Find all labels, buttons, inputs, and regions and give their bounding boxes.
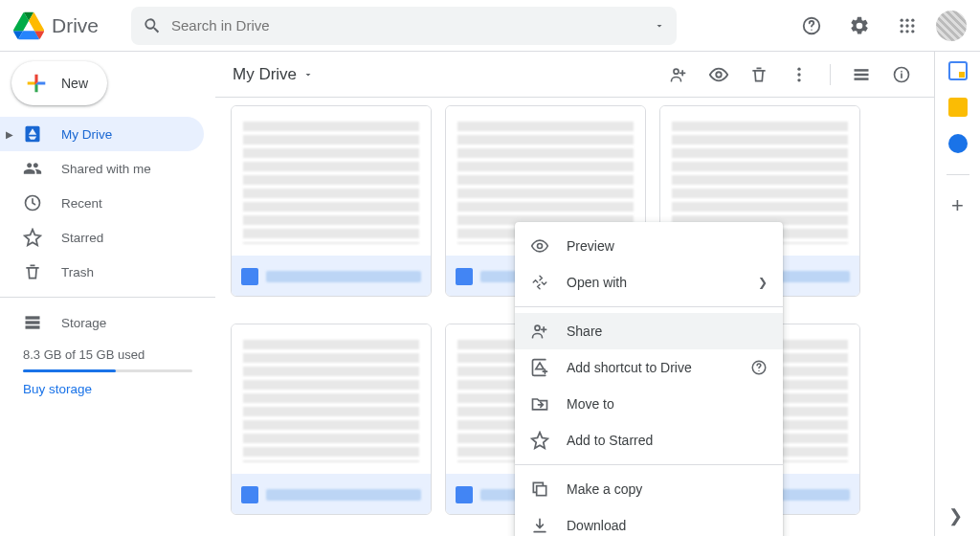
svg-point-2 — [901, 18, 903, 21]
list-view-button[interactable] — [844, 57, 879, 92]
nav-trash[interactable]: Trash — [0, 255, 204, 289]
delete-button[interactable] — [742, 57, 776, 92]
eye-icon — [530, 236, 549, 256]
chevron-down-icon — [302, 69, 314, 80]
preview-button[interactable] — [702, 57, 736, 92]
keep-addon[interactable] — [948, 98, 968, 117]
trash-icon — [23, 262, 42, 281]
svg-rect-12 — [26, 316, 40, 319]
search-options-icon[interactable] — [654, 20, 665, 32]
search-input[interactable] — [171, 17, 654, 34]
ctx-move-to[interactable]: Move to — [515, 386, 783, 422]
svg-rect-20 — [855, 69, 869, 72]
svg-point-4 — [911, 18, 914, 21]
star-icon — [23, 228, 42, 247]
location-label: My Drive — [233, 65, 297, 84]
nav-label: Starred — [61, 231, 103, 245]
sidebar: New ▶ My Drive Shared with me Recent Sta… — [0, 52, 215, 536]
ctx-make-copy[interactable]: Make a copy — [515, 471, 783, 507]
recent-icon — [23, 193, 42, 212]
shortcut-icon — [530, 358, 549, 377]
nav-label: Storage — [61, 316, 106, 330]
svg-point-9 — [905, 30, 908, 33]
nav-recent[interactable]: Recent — [0, 186, 204, 220]
account-avatar[interactable] — [936, 11, 967, 41]
caret-right-icon: ▶ — [6, 129, 13, 140]
nav-label: My Drive — [61, 127, 112, 142]
ctx-download[interactable]: Download — [515, 507, 783, 536]
svg-point-6 — [905, 24, 908, 27]
svg-point-24 — [538, 244, 543, 249]
ctx-share[interactable]: Share — [515, 313, 783, 349]
svg-point-7 — [911, 24, 914, 27]
svg-point-3 — [905, 18, 908, 21]
ctx-add-starred[interactable]: Add to Starred — [515, 422, 783, 458]
move-icon — [530, 394, 549, 413]
storage-icon — [23, 313, 42, 332]
person-add-icon — [530, 322, 549, 341]
svg-rect-14 — [26, 325, 40, 328]
details-button[interactable] — [884, 57, 919, 92]
ctx-preview[interactable]: Preview — [515, 228, 783, 264]
search-bar[interactable] — [131, 7, 677, 45]
svg-point-19 — [797, 78, 800, 81]
svg-point-25 — [535, 325, 540, 330]
apps-button[interactable] — [888, 7, 926, 45]
location-breadcrumb[interactable]: My Drive — [223, 59, 323, 90]
svg-point-18 — [797, 73, 800, 76]
chevron-right-icon: ❯ — [758, 276, 768, 289]
docs-icon — [456, 486, 473, 503]
buy-storage-link[interactable]: Buy storage — [23, 382, 192, 396]
svg-point-1 — [811, 29, 812, 30]
nav-label: Recent — [61, 196, 102, 211]
svg-point-15 — [674, 69, 679, 74]
svg-point-17 — [797, 67, 800, 70]
star-icon — [530, 431, 549, 450]
svg-rect-22 — [855, 78, 869, 80]
new-button[interactable]: New — [11, 61, 107, 105]
search-icon — [143, 16, 162, 35]
calendar-addon[interactable] — [948, 61, 968, 80]
drive-logo[interactable]: Drive — [13, 11, 131, 41]
share-button[interactable] — [661, 57, 696, 92]
docs-icon — [241, 268, 258, 285]
my-drive-icon — [23, 124, 42, 144]
svg-rect-13 — [26, 321, 40, 324]
context-menu: Preview Open with ❯ Share Add shortcut t… — [515, 222, 783, 536]
svg-point-8 — [901, 30, 903, 33]
file-card[interactable] — [231, 105, 432, 297]
new-button-label: New — [61, 76, 88, 91]
open-with-icon — [530, 273, 549, 292]
get-addons-button[interactable]: + — [948, 196, 968, 215]
nav-starred[interactable]: Starred — [0, 220, 204, 255]
shared-icon — [23, 159, 42, 178]
docs-icon — [456, 268, 473, 285]
svg-point-27 — [758, 370, 759, 371]
svg-rect-28 — [537, 486, 546, 496]
more-button[interactable] — [782, 57, 816, 92]
ctx-open-with[interactable]: Open with ❯ — [515, 264, 783, 301]
side-panel: + — [934, 52, 980, 536]
ctx-add-shortcut[interactable]: Add shortcut to Drive — [515, 349, 783, 386]
nav-shared-with-me[interactable]: Shared with me — [0, 151, 204, 186]
storage-usage-text: 8.3 GB of 15 GB used — [23, 347, 192, 362]
svg-point-16 — [716, 72, 722, 78]
help-icon[interactable] — [750, 359, 768, 376]
tasks-addon[interactable] — [948, 134, 968, 153]
settings-button[interactable] — [840, 7, 879, 45]
copy-icon — [530, 480, 549, 499]
nav-label: Trash — [61, 265, 94, 279]
nav-label: Shared with me — [61, 162, 151, 176]
storage-bar — [23, 369, 192, 372]
help-button[interactable] — [792, 7, 831, 45]
app-name: Drive — [52, 14, 99, 37]
docs-icon — [241, 486, 258, 503]
nav-my-drive[interactable]: ▶ My Drive — [0, 117, 204, 151]
drive-logo-icon — [13, 11, 44, 41]
hide-panel-button[interactable]: ❯ — [948, 505, 963, 526]
file-card[interactable] — [231, 324, 432, 515]
download-icon — [530, 516, 549, 535]
svg-point-10 — [911, 30, 914, 33]
svg-point-5 — [901, 24, 903, 27]
nav-storage[interactable]: Storage — [0, 305, 204, 340]
